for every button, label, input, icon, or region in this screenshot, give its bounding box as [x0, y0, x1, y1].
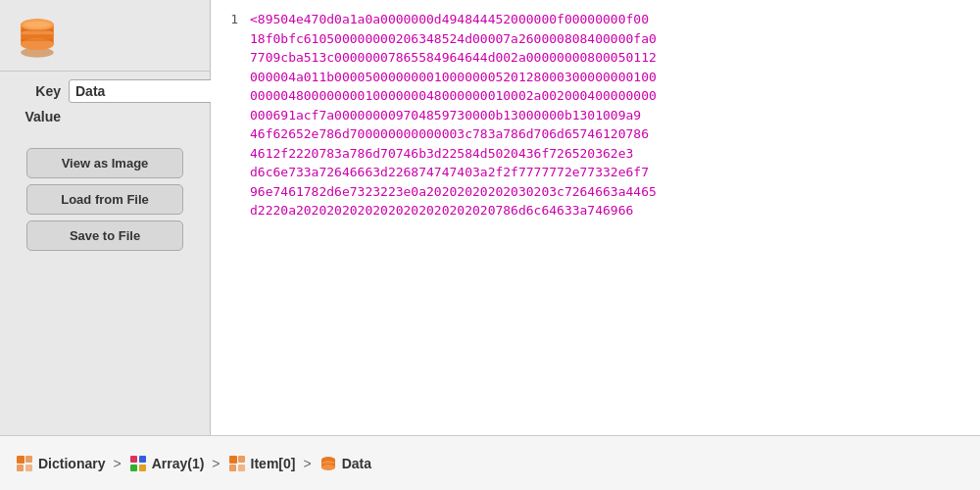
value-row: Value: [12, 109, 198, 124]
breadcrumb-sep-2: >: [212, 456, 220, 471]
sidebar-buttons: View as Image Load from File Save to Fil…: [0, 136, 210, 263]
breadcrumb-item-item[interactable]: Item[0]: [228, 455, 296, 472]
main-content: Key Value View as Image Load from File S…: [0, 0, 980, 435]
svg-rect-8: [21, 29, 54, 31]
row-data: <89504e470d0a1a0a0000000d494844452000000…: [250, 10, 980, 220]
data-line: 4612f2220783a786d70746b3d22584d5020436f7…: [250, 144, 980, 164]
svg-rect-13: [25, 465, 32, 471]
svg-rect-12: [17, 465, 24, 471]
data-table: 1 <89504e470d0a1a0a0000000d4948444520000…: [211, 0, 980, 435]
breadcrumb-item-data[interactable]: Data: [319, 455, 371, 472]
svg-point-7: [24, 22, 51, 28]
data-line: d6c6e733a72646663d226874747403a2f2f77777…: [250, 163, 980, 182]
data-line: <89504e470d0a1a0a0000000d494844452000000…: [250, 10, 980, 29]
svg-rect-16: [130, 465, 137, 471]
data-line: 000004a011b00005000000001000000052012800…: [250, 68, 980, 87]
breadcrumb-sep-3: >: [303, 456, 311, 471]
svg-rect-10: [17, 456, 24, 464]
data-line: 46f62652e786d700000000000003c783a786d706…: [250, 124, 980, 144]
sidebar: Key Value View as Image Load from File S…: [0, 0, 211, 435]
database-icon: [12, 10, 63, 61]
dictionary-icon: [16, 455, 33, 472]
data-line: d2220a20202020202020202020202020786d6c64…: [250, 201, 980, 220]
svg-rect-11: [25, 456, 32, 463]
svg-rect-21: [238, 465, 245, 471]
content-area: 1 <89504e470d0a1a0a0000000d4948444520000…: [211, 0, 980, 435]
key-row: Key: [12, 79, 198, 103]
svg-point-26: [321, 465, 335, 470]
save-to-file-button[interactable]: Save to File: [26, 220, 183, 251]
breadcrumb-label-item: Item[0]: [251, 456, 296, 471]
svg-rect-17: [139, 465, 146, 471]
item-icon: [228, 455, 246, 472]
breadcrumb-item-dictionary[interactable]: Dictionary: [16, 455, 105, 472]
breadcrumb: Dictionary > Array(1) > Item[0] >: [0, 435, 980, 490]
row-number: 1: [211, 10, 250, 26]
key-value-section: Key Value: [0, 72, 210, 132]
load-from-file-button[interactable]: Load from File: [26, 184, 183, 215]
sidebar-header: [0, 0, 210, 72]
data-icon: [319, 455, 337, 472]
view-as-image-button[interactable]: View as Image: [26, 148, 183, 178]
svg-rect-19: [238, 456, 245, 463]
svg-rect-15: [139, 456, 146, 463]
data-row: 1 <89504e470d0a1a0a0000000d4948444520000…: [211, 8, 980, 222]
svg-rect-14: [130, 456, 137, 463]
breadcrumb-label-dictionary: Dictionary: [38, 456, 105, 471]
svg-rect-9: [21, 39, 54, 41]
svg-rect-20: [229, 465, 236, 471]
data-line: 18f0bfc610500000000206348524d00007a26000…: [250, 29, 980, 49]
data-line: 96e7461782d6e7323223e0a20202020202030203…: [250, 182, 980, 202]
data-line: 000691acf7a000000009704859730000b1300000…: [250, 106, 980, 125]
value-label: Value: [12, 109, 61, 124]
array-icon: [129, 455, 147, 472]
svg-rect-18: [229, 456, 237, 464]
breadcrumb-label-array: Array(1): [152, 456, 205, 471]
breadcrumb-sep-1: >: [113, 456, 121, 471]
breadcrumb-item-array[interactable]: Array(1): [129, 455, 205, 472]
data-line: 7709cba513c00000007865584964644d002a0000…: [250, 48, 980, 68]
breadcrumb-label-data: Data: [342, 456, 371, 471]
key-label: Key: [12, 83, 61, 99]
data-line: 0000048000000001000000048000000010002a00…: [250, 86, 980, 106]
